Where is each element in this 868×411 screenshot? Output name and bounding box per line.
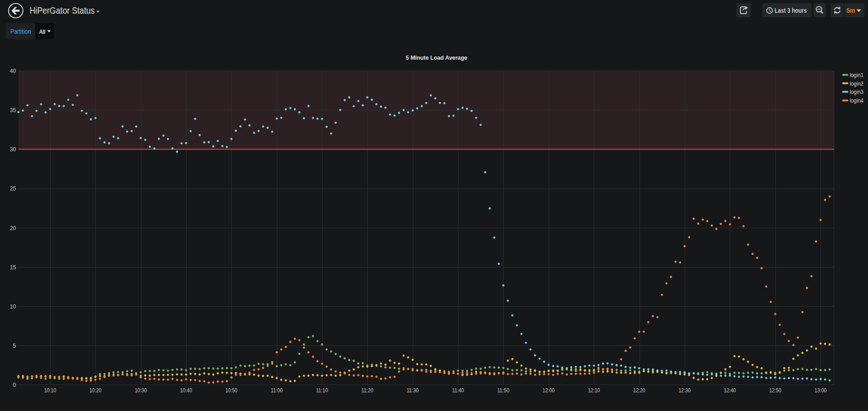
svg-text:Last 3 hours: Last 3 hours [774, 7, 807, 14]
svg-text:12:10: 12:10 [588, 387, 600, 394]
svg-text:10:50: 10:50 [225, 387, 237, 394]
svg-text:11:20: 11:20 [361, 387, 373, 394]
svg-text:35: 35 [10, 107, 16, 113]
svg-text:12:50: 12:50 [769, 387, 781, 394]
svg-text:login2: login2 [850, 81, 863, 87]
svg-text:Partition: Partition [10, 28, 31, 35]
svg-text:30: 30 [10, 146, 16, 153]
svg-text:13:00: 13:00 [815, 387, 826, 394]
svg-text:10:40: 10:40 [180, 387, 192, 394]
svg-text:12:20: 12:20 [633, 387, 645, 394]
svg-text:20: 20 [10, 225, 16, 231]
svg-text:10:20: 10:20 [89, 387, 101, 394]
svg-text:10:10: 10:10 [44, 387, 56, 394]
svg-text:5: 5 [13, 342, 16, 349]
svg-text:12:30: 12:30 [679, 387, 691, 394]
svg-text:login3: login3 [850, 89, 863, 95]
svg-text:11:30: 11:30 [407, 387, 419, 394]
svg-text:10:30: 10:30 [135, 387, 146, 394]
svg-text:5m: 5m [847, 7, 855, 14]
svg-text:11:40: 11:40 [452, 387, 464, 394]
svg-text:40: 40 [10, 67, 16, 74]
svg-text:25: 25 [10, 185, 16, 192]
svg-text:5 Minute Load Average: 5 Minute Load Average [406, 54, 468, 61]
svg-text:10: 10 [10, 303, 16, 310]
svg-text:12:40: 12:40 [724, 387, 736, 394]
svg-text:12:00: 12:00 [543, 387, 555, 394]
svg-text:11:50: 11:50 [497, 387, 509, 394]
svg-text:11:10: 11:10 [316, 387, 328, 394]
svg-text:HiPerGator Status: HiPerGator Status [30, 5, 95, 15]
svg-text:0: 0 [13, 381, 16, 388]
svg-text:11:00: 11:00 [271, 387, 283, 394]
svg-text:All: All [39, 28, 46, 35]
svg-text:login1: login1 [850, 72, 863, 78]
svg-text:15: 15 [10, 264, 16, 271]
svg-text:login4: login4 [850, 98, 863, 104]
